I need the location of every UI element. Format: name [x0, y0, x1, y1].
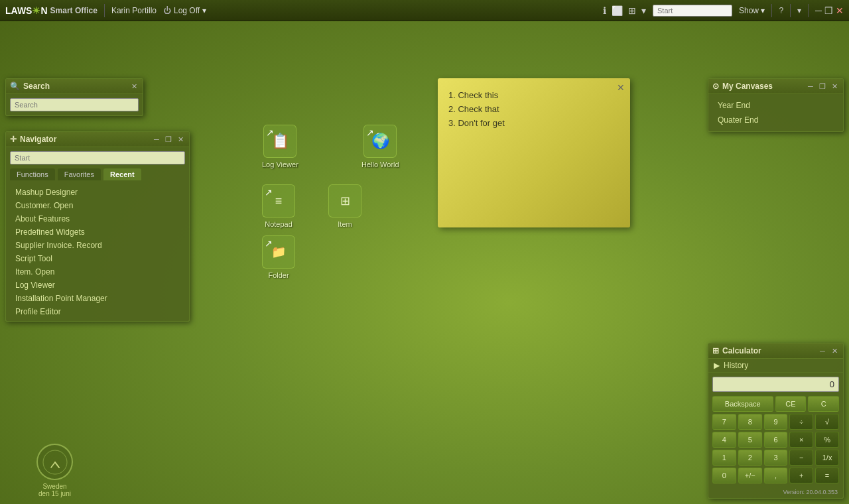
topbar-start-input[interactable]	[653, 5, 732, 17]
tab-recent[interactable]: Recent	[103, 168, 141, 180]
hello-world-icon-box: ↗ 🌍	[363, 125, 397, 158]
show-label: Show	[739, 6, 759, 15]
item-icon-box: ⊞	[328, 184, 361, 218]
calc-equals[interactable]: =	[815, 468, 839, 483]
topbar-logoff-button[interactable]: ⏻ Log Off ▾	[163, 6, 206, 15]
calc-divide[interactable]: ÷	[789, 414, 813, 430]
folder-label: Folder	[268, 271, 289, 279]
tab-functions[interactable]: Functions	[10, 168, 55, 180]
nav-item-script[interactable]: Script Tool	[10, 252, 185, 265]
navigator-start-input[interactable]	[10, 151, 185, 164]
calc-9[interactable]: 9	[764, 414, 788, 430]
sticky-line2: 2. Check that	[448, 103, 620, 117]
calc-multiply[interactable]: ×	[789, 432, 813, 448]
nav-item-supplier[interactable]: Supplier Invoice. Record	[10, 239, 185, 252]
calc-0[interactable]: 0	[712, 468, 736, 483]
notepad-label: Notepad	[265, 220, 293, 228]
calculator-panel-title: ⊞ Calculator	[712, 346, 761, 355]
canvases-panel-header: ⊙ My Canvases ─ ❒ ✕	[708, 79, 843, 94]
navigator-panel-title: ✛ Navigator	[10, 135, 56, 144]
desktop-icon-folder[interactable]: ↗ 📁 Folder	[262, 235, 295, 279]
log-viewer-label: Log Viewer	[262, 160, 298, 168]
calc-reciprocal[interactable]: 1/x	[815, 450, 839, 466]
calc-1[interactable]: 1	[712, 450, 736, 466]
calc-sqrt[interactable]: √	[815, 414, 839, 430]
calculator-buttons: Backspace CE C 7 8 9 ÷ √ 4 5 6 × % 1 2 3…	[708, 396, 843, 487]
close-icon[interactable]: ✕	[836, 5, 844, 16]
calc-ce[interactable]: CE	[775, 396, 807, 412]
calc-4[interactable]: 4	[712, 432, 736, 448]
calc-7[interactable]: 7	[712, 414, 736, 430]
desktop-icon-notepad[interactable]: ↗ ≡ Notepad	[262, 184, 295, 228]
calc-subtract[interactable]: −	[789, 450, 813, 466]
topbar-icons: ℹ ⬜ ⊞ ▾	[603, 5, 646, 16]
desktop-icon-hello-world[interactable]: ↗ 🌍 Hello World	[361, 125, 399, 168]
calculator-version: Version: 20.04.0.353	[708, 487, 843, 498]
search-icon: 🔍	[10, 82, 20, 91]
calculator-history-button[interactable]: ▶ History	[708, 359, 843, 373]
canvases-list: Year End Quater End	[708, 94, 843, 131]
grid-arrow-icon[interactable]: ▾	[641, 5, 646, 16]
topbar-divider3	[790, 4, 791, 17]
calc-row-2: 7 8 9 ÷ √	[712, 414, 839, 430]
restore-icon[interactable]: ❒	[824, 5, 833, 16]
logo-smart-office: Smart Office	[50, 6, 98, 15]
calc-plusminus[interactable]: +/−	[738, 468, 762, 483]
window-controls: ─ ❒ ✕	[815, 5, 844, 16]
calc-3[interactable]: 3	[764, 450, 788, 466]
nav-item-logviewer[interactable]: Log Viewer	[10, 279, 185, 292]
topbar-divider1	[104, 4, 105, 17]
app-logo: LAWS☀N Smart Office	[5, 5, 98, 16]
canvases-minimize-icon[interactable]: ─	[806, 82, 815, 91]
canvas-quater-end[interactable]: Quater End	[712, 113, 839, 127]
nav-item-mashup[interactable]: Mashup Designer	[10, 186, 185, 199]
sticky-close-button[interactable]: ✕	[617, 82, 625, 93]
search-input[interactable]	[10, 98, 139, 111]
info-icon[interactable]: ℹ	[603, 5, 606, 16]
calculator-restore-icon[interactable]: ✕	[830, 346, 839, 355]
nav-item-install[interactable]: Installation Point Manager	[10, 292, 185, 305]
navigator-restore-icon[interactable]: ❒	[164, 135, 173, 144]
calc-2[interactable]: 2	[738, 450, 762, 466]
calc-comma[interactable]: ,	[764, 468, 788, 483]
nav-item-customer[interactable]: Customer. Open	[10, 199, 185, 212]
topbar-show-button[interactable]: Show ▾	[739, 6, 765, 15]
canvases-close-icon[interactable]: ✕	[830, 82, 839, 91]
item-label: Item	[338, 220, 352, 228]
navigator-minimize-icon[interactable]: ─	[152, 135, 161, 144]
canvases-panel-title: ⊙ My Canvases	[712, 82, 773, 91]
calc-percent[interactable]: %	[815, 432, 839, 448]
tab-favorites[interactable]: Favorites	[58, 168, 101, 180]
history-arrow-icon: ▶	[714, 361, 720, 370]
desktop-icon-log-viewer[interactable]: ↗ 📋 Log Viewer	[262, 125, 298, 168]
topbar-help-button[interactable]: ?	[779, 6, 783, 15]
svg-line-2	[51, 462, 55, 468]
calc-8[interactable]: 8	[738, 414, 762, 430]
search-close-icon[interactable]: ✕	[129, 82, 139, 91]
topbar-divider2	[771, 4, 772, 17]
navigator-close-icon[interactable]: ✕	[176, 135, 185, 144]
calc-backspace[interactable]: Backspace	[712, 396, 773, 412]
calc-6[interactable]: 6	[764, 432, 788, 448]
nav-item-item-open[interactable]: Item. Open	[10, 265, 185, 279]
window-icon[interactable]: ⬜	[612, 5, 623, 16]
navigator-panel: ✛ Navigator ─ ❒ ✕ Functions Favorites Re…	[5, 131, 190, 322]
desktop-icon-item[interactable]: ⊞ Item	[328, 184, 361, 228]
show-arrow-icon: ▾	[761, 6, 765, 15]
calc-5[interactable]: 5	[738, 432, 762, 448]
topbar-help-arrow[interactable]: ▾	[797, 6, 801, 15]
nav-item-profile[interactable]: Profile Editor	[10, 305, 185, 318]
nav-item-predefined[interactable]: Predefined Widgets	[10, 225, 185, 239]
calculator-minimize-icon[interactable]: ─	[818, 346, 827, 355]
canvas-year-end[interactable]: Year End	[712, 98, 839, 113]
topbar-user: Karin Portillo	[111, 6, 157, 15]
nav-item-about[interactable]: About Features	[10, 212, 185, 225]
minimize-icon[interactable]: ─	[815, 5, 822, 16]
calc-row-1: Backspace CE C	[712, 396, 839, 412]
grid-icon[interactable]: ⊞	[628, 5, 636, 16]
calc-c[interactable]: C	[808, 396, 839, 412]
navigator-tabs: Functions Favorites Recent	[6, 168, 189, 180]
calc-add[interactable]: +	[789, 468, 813, 483]
sticky-content: 1. Check this 2. Check that 3. Don't for…	[448, 89, 620, 130]
canvases-restore-icon[interactable]: ❒	[818, 82, 827, 91]
